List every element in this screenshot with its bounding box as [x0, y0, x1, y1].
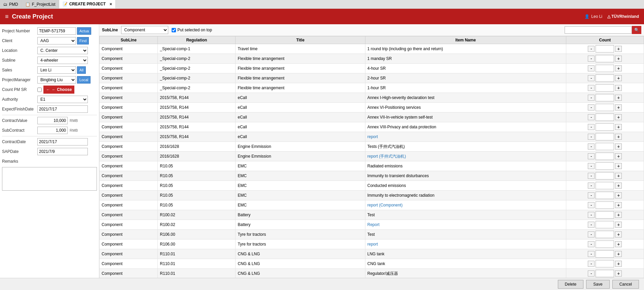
plus-button[interactable]: +: [615, 173, 622, 179]
minus-button[interactable]: -: [588, 270, 595, 277]
project-number-input[interactable]: [37, 27, 76, 35]
count-input[interactable]: [596, 114, 614, 121]
count-input[interactable]: [596, 55, 614, 62]
plus-button[interactable]: +: [615, 143, 622, 150]
item-name-link[interactable]: Report: [367, 222, 380, 227]
plus-button[interactable]: +: [615, 104, 622, 110]
plus-button[interactable]: +: [615, 95, 622, 101]
item-name-link[interactable]: report (手持式汽油机): [367, 154, 406, 159]
count-input[interactable]: [596, 231, 614, 238]
count-input[interactable]: [596, 65, 614, 72]
remarks-textarea[interactable]: [2, 167, 97, 191]
minus-button[interactable]: -: [588, 134, 595, 140]
minus-button[interactable]: -: [588, 114, 595, 120]
plus-button[interactable]: +: [615, 65, 622, 71]
plus-button[interactable]: +: [615, 134, 622, 140]
location-select[interactable]: C. Center: [37, 47, 88, 54]
minus-button[interactable]: -: [588, 75, 595, 81]
local-button[interactable]: Local: [77, 76, 91, 84]
cell-item-name[interactable]: report (Component): [365, 200, 566, 210]
count-input[interactable]: [596, 250, 614, 258]
plus-button[interactable]: +: [615, 192, 622, 198]
plus-button[interactable]: +: [615, 183, 622, 189]
count-input[interactable]: [596, 45, 614, 53]
all-button[interactable]: All: [77, 66, 86, 74]
delete-button[interactable]: Delete: [558, 280, 584, 289]
plus-button[interactable]: +: [615, 202, 622, 208]
minus-button[interactable]: -: [588, 95, 595, 101]
cell-item-name[interactable]: report: [365, 239, 566, 249]
count-input[interactable]: [596, 260, 614, 267]
sales-select[interactable]: Leo Li: [37, 66, 76, 74]
minus-button[interactable]: -: [588, 212, 595, 218]
count-input[interactable]: [596, 143, 614, 150]
expect-finish-input[interactable]: [37, 105, 88, 113]
item-name-link[interactable]: report: [367, 242, 378, 247]
plus-button[interactable]: +: [615, 114, 622, 120]
plus-button[interactable]: +: [615, 241, 622, 247]
tab-projectlist[interactable]: 📋 F_ProjectList: [22, 0, 59, 8]
plus-button[interactable]: +: [615, 75, 622, 81]
contract-date-input[interactable]: [37, 138, 88, 146]
sap-date-input[interactable]: [37, 148, 88, 155]
minus-button[interactable]: -: [588, 163, 595, 169]
minus-button[interactable]: -: [588, 231, 595, 237]
minus-button[interactable]: -: [588, 222, 595, 228]
find-button[interactable]: Find: [77, 37, 89, 44]
minus-button[interactable]: -: [588, 65, 595, 71]
tab-createproject[interactable]: 📝 CREATE PROJECT ✕: [59, 0, 116, 8]
contract-value-input[interactable]: [37, 117, 68, 124]
count-input[interactable]: [596, 172, 614, 180]
count-input[interactable]: [596, 133, 614, 140]
minus-button[interactable]: -: [588, 56, 595, 62]
minus-button[interactable]: -: [588, 153, 595, 159]
minus-button[interactable]: -: [588, 251, 595, 257]
count-pm-sr-checkbox[interactable]: [37, 88, 42, 92]
menu-icon[interactable]: ≡: [5, 13, 9, 20]
item-name-link[interactable]: report: [367, 134, 378, 139]
count-input[interactable]: [596, 221, 614, 228]
subline-dropdown[interactable]: Component Vehicle Other: [121, 26, 168, 34]
cancel-button[interactable]: Cancel: [612, 280, 639, 289]
count-input[interactable]: [596, 74, 614, 82]
authority-select[interactable]: E1: [37, 96, 88, 103]
search-input[interactable]: [565, 26, 632, 34]
plus-button[interactable]: +: [615, 251, 622, 257]
minus-button[interactable]: -: [588, 46, 595, 52]
minus-button[interactable]: -: [588, 183, 595, 189]
item-name-link[interactable]: report (Component): [367, 203, 403, 207]
plus-button[interactable]: +: [615, 56, 622, 62]
count-input[interactable]: [596, 192, 614, 199]
count-input[interactable]: [596, 240, 614, 248]
subcontract-input[interactable]: [37, 127, 68, 134]
choose-button[interactable]: ← ← Choose: [43, 86, 74, 94]
cell-item-name[interactable]: report: [365, 132, 566, 142]
count-input[interactable]: [596, 211, 614, 219]
plus-button[interactable]: +: [615, 270, 622, 277]
minus-button[interactable]: -: [588, 124, 595, 130]
minus-button[interactable]: -: [588, 173, 595, 179]
plus-button[interactable]: +: [615, 163, 622, 169]
plus-button[interactable]: +: [615, 46, 622, 52]
count-input[interactable]: [596, 270, 614, 277]
tab-close-icon[interactable]: ✕: [109, 2, 112, 6]
minus-button[interactable]: -: [588, 202, 595, 208]
count-input[interactable]: [596, 104, 614, 111]
count-input[interactable]: [596, 94, 614, 101]
search-button[interactable]: 🔍: [632, 26, 641, 34]
plus-button[interactable]: +: [615, 85, 622, 91]
plus-button[interactable]: +: [615, 261, 622, 267]
minus-button[interactable]: -: [588, 261, 595, 267]
plus-button[interactable]: +: [615, 231, 622, 237]
subline-select[interactable]: 4-wheeler: [37, 57, 88, 64]
tab-pmd[interactable]: 🗂 PMD: [0, 0, 22, 8]
count-input[interactable]: [596, 123, 614, 131]
count-input[interactable]: [596, 182, 614, 189]
pm-select[interactable]: Bingbing Liu: [37, 76, 76, 84]
minus-button[interactable]: -: [588, 143, 595, 150]
actua-button[interactable]: Actua: [77, 27, 91, 35]
plus-button[interactable]: +: [615, 212, 622, 218]
count-input[interactable]: [596, 153, 614, 160]
put-on-top-checkbox[interactable]: [172, 28, 176, 32]
cell-item-name[interactable]: Report: [365, 220, 566, 230]
